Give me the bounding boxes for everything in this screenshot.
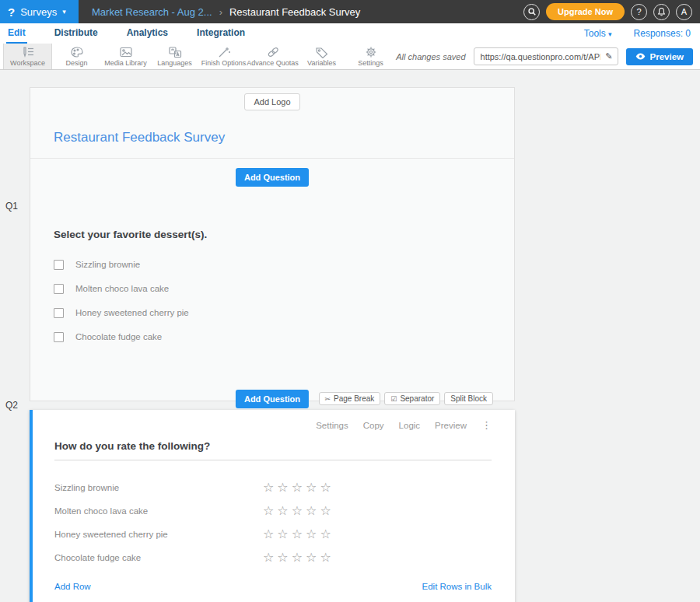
edit-rows-in-bulk-link[interactable]: Edit Rows in Bulk bbox=[422, 582, 492, 591]
edit-url-pencil-icon[interactable]: ✎ bbox=[600, 51, 617, 61]
toolbar-item-advance-quotas[interactable]: Advance Quotas bbox=[248, 44, 297, 69]
survey-url-field[interactable]: https://qa.questionpro.com/t/APNrFZgS ✎ bbox=[474, 47, 618, 65]
toolbar-item-label: Variables bbox=[307, 59, 336, 67]
rating-row-label[interactable]: Honey sweetened cherry pie bbox=[54, 530, 263, 539]
toolbar-item-languages[interactable]: Languages bbox=[150, 44, 199, 69]
breadcrumb: Market Research - Aug 2... › Restaurant … bbox=[92, 6, 360, 18]
rating-row-label[interactable]: Chocolate fudge cake bbox=[54, 553, 263, 562]
option-label[interactable]: Sizzling brownie bbox=[75, 260, 140, 269]
checkbox-option-4[interactable] bbox=[54, 332, 64, 342]
upgrade-now-button[interactable]: Upgrade Now bbox=[546, 3, 625, 20]
star-rating-row-1[interactable]: ☆☆☆☆☆ bbox=[263, 481, 334, 494]
toolbar-item-settings[interactable]: Settings bbox=[346, 44, 395, 69]
checkbox-option-3[interactable] bbox=[54, 308, 64, 318]
rating-row-label[interactable]: Sizzling brownie bbox=[54, 483, 263, 492]
page-break-button[interactable]: ✂Page Break bbox=[319, 392, 381, 405]
image-icon bbox=[118, 46, 134, 58]
question-1: Select your favorite dessert(s). Sizzlin… bbox=[30, 196, 514, 401]
help-label: ? bbox=[636, 7, 641, 16]
search-button[interactable] bbox=[523, 4, 540, 20]
table-row: Honey sweetened cherry pie ☆☆☆☆☆ bbox=[54, 523, 492, 546]
rating-row-label[interactable]: Molten choco lava cake bbox=[54, 506, 263, 516]
option-label[interactable]: Chocolate fudge cake bbox=[75, 332, 162, 341]
top-navbar: ? Surveys ▾ Market Research - Aug 2... ›… bbox=[0, 0, 700, 23]
palette-icon bbox=[69, 46, 85, 58]
star-rating-row-2[interactable]: ☆☆☆☆☆ bbox=[263, 505, 334, 517]
translate-icon bbox=[167, 46, 183, 58]
preview-button[interactable]: Preview bbox=[626, 48, 693, 65]
survey-editor-canvas: Q1 Q2 Add Logo Restaurant Feedback Surve… bbox=[0, 70, 700, 602]
option-label[interactable]: Honey sweetened cherry pie bbox=[75, 308, 189, 317]
responses-count[interactable]: Responses: 0 bbox=[634, 28, 691, 39]
help-button[interactable]: ? bbox=[631, 4, 647, 20]
surveys-menu[interactable]: ? Surveys ▾ bbox=[0, 0, 79, 23]
list-item: Honey sweetened cherry pie bbox=[54, 307, 491, 318]
split-block-label: Split Block bbox=[450, 394, 487, 403]
page-break-label: Page Break bbox=[334, 394, 374, 403]
add-question-button-middle[interactable]: Add Question bbox=[236, 390, 309, 408]
question-1-text[interactable]: Select your favorite dessert(s). bbox=[54, 229, 491, 240]
toolbar-item-label: Workspace bbox=[10, 59, 45, 67]
separator-icon: ☑ bbox=[390, 395, 397, 403]
list-item: Molten choco lava cake bbox=[54, 283, 491, 294]
toolbar-item-design[interactable]: Design bbox=[52, 44, 101, 69]
tab-edit[interactable]: Edit bbox=[6, 23, 27, 44]
tab-analytics[interactable]: Analytics bbox=[125, 23, 170, 44]
survey-url-text[interactable]: https://qa.questionpro.com/t/APNrFZgS bbox=[474, 52, 601, 61]
star-rating-row-4[interactable]: ☆☆☆☆☆ bbox=[263, 551, 334, 564]
question-preview-link[interactable]: Preview bbox=[435, 421, 467, 430]
rating-rows: Sizzling brownie ☆☆☆☆☆ Molten choco lava… bbox=[54, 476, 492, 569]
toolbar-item-media-library[interactable]: Media Library bbox=[101, 44, 150, 69]
survey-title[interactable]: Restaurant Feedback Survey bbox=[54, 130, 514, 145]
toolbar-item-label: Settings bbox=[358, 59, 383, 67]
notifications-button[interactable] bbox=[653, 4, 670, 20]
checkbox-option-2[interactable] bbox=[54, 284, 64, 294]
add-row-link[interactable]: Add Row bbox=[54, 582, 91, 591]
question-settings-link[interactable]: Settings bbox=[316, 421, 348, 430]
divider bbox=[30, 158, 514, 159]
question-number-q2: Q2 bbox=[5, 400, 18, 411]
checkbox-option-1[interactable] bbox=[54, 260, 64, 270]
tools-label: Tools bbox=[584, 28, 606, 39]
chain-link-icon bbox=[265, 46, 281, 58]
breadcrumb-folder[interactable]: Market Research - Aug 2... bbox=[92, 6, 212, 18]
add-question-button-top[interactable]: Add Question bbox=[236, 168, 309, 187]
chevron-down-icon: ▾ bbox=[608, 30, 612, 38]
star-rating-row-3[interactable]: ☆☆☆☆☆ bbox=[263, 528, 334, 541]
page-break-icon: ✂ bbox=[325, 395, 331, 403]
toolbar-item-workspace[interactable]: Workspace bbox=[3, 44, 52, 69]
split-block-button[interactable]: Split Block bbox=[444, 392, 493, 405]
tab-distribute[interactable]: Distribute bbox=[53, 23, 100, 44]
list-item: Sizzling brownie bbox=[54, 259, 491, 270]
separator-button[interactable]: ☑Separator bbox=[384, 392, 440, 405]
preview-label: Preview bbox=[650, 52, 684, 61]
survey-block-1: Add Logo Restaurant Feedback Survey Add … bbox=[30, 87, 515, 401]
tools-menu[interactable]: Tools ▾ bbox=[584, 28, 612, 39]
question-2-card: Settings Copy Logic Preview ⋮ How do you… bbox=[30, 410, 515, 602]
account-avatar[interactable]: A bbox=[676, 4, 692, 20]
add-logo-button[interactable]: Add Logo bbox=[244, 93, 299, 110]
toolbar-item-label: Finish Options bbox=[201, 59, 247, 67]
toolbar-right-group: All changes saved https://qa.questionpro… bbox=[396, 44, 700, 69]
toolbar-item-label: Languages bbox=[157, 59, 192, 67]
tabs-right-group: Tools ▾ Responses: 0 bbox=[584, 23, 691, 44]
separator-label: Separator bbox=[400, 394, 434, 403]
surveys-menu-label: Surveys bbox=[20, 6, 57, 18]
eye-icon bbox=[635, 53, 646, 60]
toolbar-item-variables[interactable]: Variables bbox=[297, 44, 346, 69]
question-copy-link[interactable]: Copy bbox=[363, 421, 384, 430]
question-logic-link[interactable]: Logic bbox=[399, 421, 421, 430]
question-number-q1: Q1 bbox=[5, 201, 18, 212]
question-1-options: Sizzling brownie Molten choco lava cake … bbox=[54, 259, 491, 342]
avatar-label: A bbox=[681, 7, 687, 16]
toolbar-item-finish-options[interactable]: Finish Options bbox=[199, 44, 248, 69]
list-item: Chocolate fudge cake bbox=[54, 331, 491, 342]
question-2-text[interactable]: How do you rate the following? bbox=[54, 440, 492, 460]
kebab-menu-icon[interactable]: ⋮ bbox=[481, 419, 492, 431]
table-row: Molten choco lava cake ☆☆☆☆☆ bbox=[54, 499, 492, 523]
chevron-down-icon: ▾ bbox=[62, 8, 66, 16]
tab-integration[interactable]: Integration bbox=[195, 23, 247, 44]
option-label[interactable]: Molten choco lava cake bbox=[75, 284, 169, 293]
toolbar-item-label: Advance Quotas bbox=[247, 59, 299, 67]
section-tabs: Edit Distribute Analytics Integration To… bbox=[0, 23, 700, 44]
